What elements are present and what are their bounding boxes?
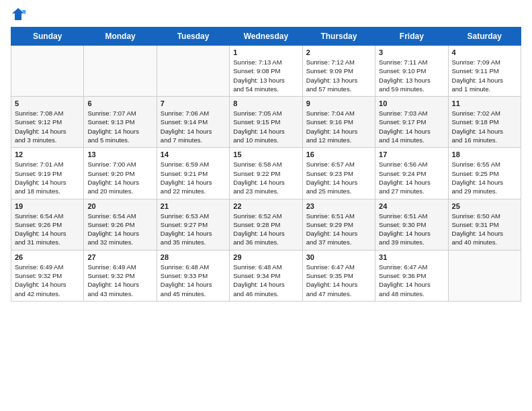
svg-marker-0: [12, 8, 24, 20]
day-info: Sunrise: 6:48 AM Sunset: 9:33 PM Dayligh…: [161, 263, 226, 298]
day-number: 29: [233, 253, 298, 261]
day-info: Sunrise: 7:09 AM Sunset: 9:11 PM Dayligh…: [452, 58, 517, 93]
day-info: Sunrise: 7:01 AM Sunset: 9:19 PM Dayligh…: [15, 160, 80, 195]
week-row-3: 12Sunrise: 7:01 AM Sunset: 9:19 PM Dayli…: [11, 148, 521, 199]
weekday-header-sunday: Sunday: [11, 28, 84, 46]
day-info: Sunrise: 7:05 AM Sunset: 9:15 PM Dayligh…: [233, 109, 298, 144]
day-cell-16: 16Sunrise: 6:57 AM Sunset: 9:23 PM Dayli…: [302, 148, 375, 199]
week-row-4: 19Sunrise: 6:54 AM Sunset: 9:26 PM Dayli…: [11, 199, 521, 250]
day-info: Sunrise: 7:11 AM Sunset: 9:10 PM Dayligh…: [379, 58, 444, 93]
day-cell-27: 27Sunrise: 6:49 AM Sunset: 9:32 PM Dayli…: [84, 250, 157, 301]
day-cell-8: 8Sunrise: 7:05 AM Sunset: 9:15 PM Daylig…: [230, 97, 302, 148]
day-cell-28: 28Sunrise: 6:48 AM Sunset: 9:33 PM Dayli…: [157, 250, 229, 301]
day-cell-2: 2Sunrise: 7:12 AM Sunset: 9:09 PM Daylig…: [302, 46, 375, 97]
weekday-header-saturday: Saturday: [448, 28, 521, 46]
day-cell-24: 24Sunrise: 6:51 AM Sunset: 9:30 PM Dayli…: [375, 199, 448, 250]
day-cell-9: 9Sunrise: 7:04 AM Sunset: 9:16 PM Daylig…: [302, 97, 375, 148]
calendar-table: SundayMondayTuesdayWednesdayThursdayFrid…: [11, 27, 521, 302]
weekday-header-friday: Friday: [375, 28, 448, 46]
day-cell-13: 13Sunrise: 7:00 AM Sunset: 9:20 PM Dayli…: [84, 148, 157, 199]
empty-cell: [448, 250, 521, 301]
day-info: Sunrise: 7:03 AM Sunset: 9:17 PM Dayligh…: [379, 109, 444, 144]
day-info: Sunrise: 6:58 AM Sunset: 9:22 PM Dayligh…: [233, 160, 298, 195]
week-row-1: 1Sunrise: 7:13 AM Sunset: 9:08 PM Daylig…: [11, 46, 521, 97]
day-number: 20: [87, 202, 152, 210]
header: [11, 7, 521, 21]
day-number: 9: [306, 99, 371, 107]
day-number: 22: [233, 202, 298, 210]
day-info: Sunrise: 7:12 AM Sunset: 9:09 PM Dayligh…: [306, 58, 371, 93]
logo: [11, 7, 27, 21]
day-number: 14: [161, 150, 226, 158]
day-info: Sunrise: 6:51 AM Sunset: 9:30 PM Dayligh…: [379, 212, 444, 247]
day-number: 7: [161, 99, 226, 107]
day-info: Sunrise: 7:08 AM Sunset: 9:12 PM Dayligh…: [15, 109, 80, 144]
day-cell-25: 25Sunrise: 6:50 AM Sunset: 9:31 PM Dayli…: [448, 199, 521, 250]
day-cell-26: 26Sunrise: 6:49 AM Sunset: 9:32 PM Dayli…: [11, 250, 84, 301]
day-info: Sunrise: 7:02 AM Sunset: 9:18 PM Dayligh…: [452, 109, 517, 144]
day-info: Sunrise: 6:54 AM Sunset: 9:26 PM Dayligh…: [15, 212, 80, 247]
day-info: Sunrise: 6:50 AM Sunset: 9:31 PM Dayligh…: [452, 212, 517, 247]
day-cell-20: 20Sunrise: 6:54 AM Sunset: 9:26 PM Dayli…: [84, 199, 157, 250]
day-cell-14: 14Sunrise: 6:59 AM Sunset: 9:21 PM Dayli…: [157, 148, 229, 199]
day-info: Sunrise: 6:55 AM Sunset: 9:25 PM Dayligh…: [452, 160, 517, 195]
day-cell-30: 30Sunrise: 6:47 AM Sunset: 9:35 PM Dayli…: [302, 250, 375, 301]
day-info: Sunrise: 6:49 AM Sunset: 9:32 PM Dayligh…: [87, 263, 152, 298]
day-cell-1: 1Sunrise: 7:13 AM Sunset: 9:08 PM Daylig…: [230, 46, 302, 97]
day-number: 12: [15, 150, 80, 158]
logo-icon: [11, 7, 26, 21]
day-cell-21: 21Sunrise: 6:53 AM Sunset: 9:27 PM Dayli…: [157, 199, 229, 250]
day-info: Sunrise: 6:47 AM Sunset: 9:36 PM Dayligh…: [379, 263, 444, 298]
week-row-5: 26Sunrise: 6:49 AM Sunset: 9:32 PM Dayli…: [11, 250, 521, 301]
day-info: Sunrise: 6:48 AM Sunset: 9:34 PM Dayligh…: [233, 263, 298, 298]
day-number: 13: [87, 150, 152, 158]
day-number: 28: [161, 253, 226, 261]
day-cell-18: 18Sunrise: 6:55 AM Sunset: 9:25 PM Dayli…: [448, 148, 521, 199]
day-number: 21: [161, 202, 226, 210]
day-info: Sunrise: 6:52 AM Sunset: 9:28 PM Dayligh…: [233, 212, 298, 247]
day-number: 26: [15, 253, 80, 261]
day-cell-12: 12Sunrise: 7:01 AM Sunset: 9:19 PM Dayli…: [11, 148, 84, 199]
day-number: 11: [452, 99, 517, 107]
day-info: Sunrise: 6:53 AM Sunset: 9:27 PM Dayligh…: [161, 212, 226, 247]
day-info: Sunrise: 6:51 AM Sunset: 9:29 PM Dayligh…: [306, 212, 371, 247]
day-cell-23: 23Sunrise: 6:51 AM Sunset: 9:29 PM Dayli…: [302, 199, 375, 250]
weekday-header-row: SundayMondayTuesdayWednesdayThursdayFrid…: [11, 28, 521, 46]
day-cell-7: 7Sunrise: 7:06 AM Sunset: 9:14 PM Daylig…: [157, 97, 229, 148]
day-number: 5: [15, 99, 80, 107]
day-info: Sunrise: 6:57 AM Sunset: 9:23 PM Dayligh…: [306, 160, 371, 195]
day-cell-11: 11Sunrise: 7:02 AM Sunset: 9:18 PM Dayli…: [448, 97, 521, 148]
weekday-header-wednesday: Wednesday: [230, 28, 302, 46]
day-number: 19: [15, 202, 80, 210]
day-info: Sunrise: 7:00 AM Sunset: 9:20 PM Dayligh…: [87, 160, 152, 195]
day-number: 25: [452, 202, 517, 210]
day-number: 17: [379, 150, 444, 158]
day-number: 24: [379, 202, 444, 210]
day-cell-5: 5Sunrise: 7:08 AM Sunset: 9:12 PM Daylig…: [11, 97, 84, 148]
day-cell-3: 3Sunrise: 7:11 AM Sunset: 9:10 PM Daylig…: [375, 46, 448, 97]
day-info: Sunrise: 6:49 AM Sunset: 9:32 PM Dayligh…: [15, 263, 80, 298]
day-number: 27: [87, 253, 152, 261]
day-cell-19: 19Sunrise: 6:54 AM Sunset: 9:26 PM Dayli…: [11, 199, 84, 250]
day-number: 4: [452, 48, 517, 56]
day-number: 3: [379, 48, 444, 56]
weekday-header-tuesday: Tuesday: [157, 28, 229, 46]
day-info: Sunrise: 7:06 AM Sunset: 9:14 PM Dayligh…: [161, 109, 226, 144]
day-info: Sunrise: 7:04 AM Sunset: 9:16 PM Dayligh…: [306, 109, 371, 144]
day-info: Sunrise: 7:07 AM Sunset: 9:13 PM Dayligh…: [87, 109, 152, 144]
day-number: 18: [452, 150, 517, 158]
day-cell-17: 17Sunrise: 6:56 AM Sunset: 9:24 PM Dayli…: [375, 148, 448, 199]
day-number: 15: [233, 150, 298, 158]
day-cell-6: 6Sunrise: 7:07 AM Sunset: 9:13 PM Daylig…: [84, 97, 157, 148]
day-number: 30: [306, 253, 371, 261]
day-number: 23: [306, 202, 371, 210]
day-info: Sunrise: 7:13 AM Sunset: 9:08 PM Dayligh…: [233, 58, 298, 93]
weekday-header-thursday: Thursday: [302, 28, 375, 46]
day-number: 10: [379, 99, 444, 107]
weekday-header-monday: Monday: [84, 28, 157, 46]
empty-cell: [11, 46, 84, 97]
day-cell-15: 15Sunrise: 6:58 AM Sunset: 9:22 PM Dayli…: [230, 148, 302, 199]
day-cell-31: 31Sunrise: 6:47 AM Sunset: 9:36 PM Dayli…: [375, 250, 448, 301]
week-row-2: 5Sunrise: 7:08 AM Sunset: 9:12 PM Daylig…: [11, 97, 521, 148]
day-cell-29: 29Sunrise: 6:48 AM Sunset: 9:34 PM Dayli…: [230, 250, 302, 301]
